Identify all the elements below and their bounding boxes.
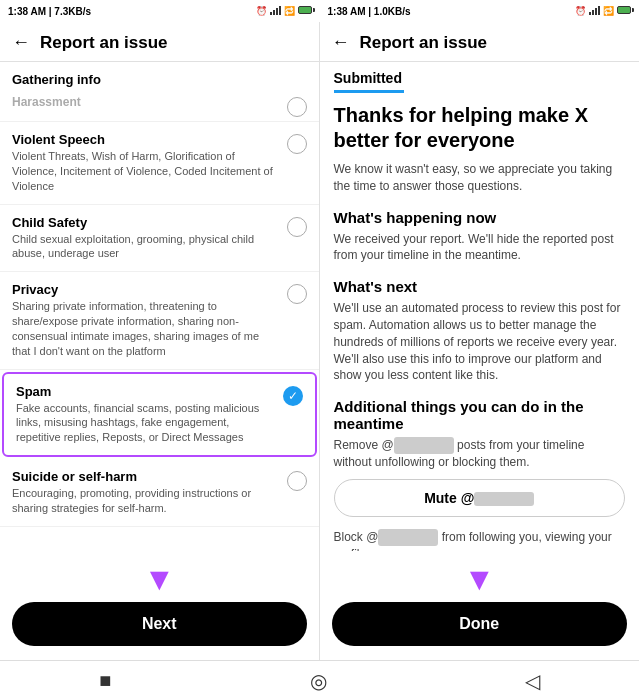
down-arrow-left: ▼ [143,561,175,598]
item-desc-violent: Violent Threats, Wish of Harm, Glorifica… [12,149,279,194]
item-title-violent: Violent Speech [12,132,279,147]
left-time: 1:38 AM | 7.3KB/s [8,6,91,17]
blurred-username-1 [394,437,454,454]
left-status-icons: ⏰ 🔁 [256,5,312,17]
status-bars: 1:38 AM | 7.3KB/s ⏰ 🔁 1:38 AM | 1.0KB/s … [0,0,639,22]
done-button[interactable]: Done [332,602,628,646]
circle-nav-button[interactable]: ◎ [294,665,343,697]
submitted-section: Submitted [320,62,640,103]
signal-icon-r [589,5,600,17]
right-back-button[interactable]: ← [332,32,350,53]
item-title-spam: Spam [16,384,275,399]
list-item[interactable]: Child Safety Child sexual exploitation, … [0,205,319,273]
list-item[interactable]: Privacy Sharing private information, thr… [0,272,319,369]
block-row: Block @ from following you, viewing your… [334,529,626,551]
submitted-label: Submitted [334,70,626,86]
item-desc-child: Child sexual exploitation, grooming, phy… [12,232,279,262]
item-desc-spam: Fake accounts, financial scams, posting … [16,401,275,446]
left-battery [298,6,312,16]
square-nav-button[interactable]: ■ [83,665,127,696]
panels-container: ← Report an issue Gathering info Harassm… [0,22,639,660]
right-battery [617,6,631,16]
left-panel-title: Report an issue [40,33,168,53]
mute-button[interactable]: Mute @ [334,479,626,517]
item-desc-privacy: Sharing private information, threatening… [12,299,279,358]
main-heading: Thanks for helping make X better for eve… [334,103,626,153]
bottom-navigation: ■ ◎ ◁ [0,660,639,700]
list-item[interactable]: Suicide or self-harm Encouraging, promot… [0,459,319,527]
item-title-suicide: Suicide or self-harm [12,469,279,484]
right-time: 1:38 AM | 1.0KB/s [328,6,411,17]
item-title-privacy: Privacy [12,282,279,297]
right-panel: ← Report an issue Submitted Thanks for h… [320,22,640,660]
wifi-icon: 🔁 [284,6,295,16]
what-happening-body: We received your report. We'll hide the … [334,231,626,265]
radio-privacy[interactable] [287,284,307,304]
right-status-icons: ⏰ 🔁 [575,5,631,17]
item-title-child: Child Safety [12,215,279,230]
wifi-icon-r: 🔁 [603,6,614,16]
mute-button-wrap: Mute @ [334,479,626,517]
list-item[interactable]: Violent Speech Violent Threats, Wish of … [0,122,319,205]
alarm-icon: ⏰ [256,6,267,16]
left-status-bar: 1:38 AM | 7.3KB/s ⏰ 🔁 [0,0,320,22]
radio-harassment[interactable] [287,97,307,117]
remove-row: Remove @ posts from your timeline withou… [334,437,626,471]
right-header: ← Report an issue [320,22,640,62]
check-spam[interactable]: ✓ [283,386,303,406]
list-item-spam[interactable]: Spam Fake accounts, financial scams, pos… [2,372,317,458]
next-button[interactable]: Next [12,602,307,646]
block-text: Block @ [334,530,379,544]
list-item[interactable]: Harassment [0,91,319,122]
submitted-underline [334,90,404,93]
blurred-username-2 [474,492,534,506]
left-header: ← Report an issue [0,22,319,62]
done-button-wrap: ▼ Done [320,551,640,660]
back-nav-button[interactable]: ◁ [509,665,556,697]
left-panel-content: Gathering info Harassment Violent Speech… [0,62,319,551]
what-next-body: We'll use an automated process to review… [334,300,626,384]
right-status-bar: 1:38 AM | 1.0KB/s ⏰ 🔁 [320,0,640,22]
radio-violent[interactable] [287,134,307,154]
additional-title: Additional things you can do in the mean… [334,398,626,432]
signal-icon [270,5,281,17]
right-panel-title: Report an issue [360,33,488,53]
next-button-wrap: ▼ Next [0,551,319,660]
gathering-info-heading: Gathering info [0,62,319,91]
left-back-button[interactable]: ← [12,32,30,53]
radio-child[interactable] [287,217,307,237]
what-happening-title: What's happening now [334,209,626,226]
item-desc-suicide: Encouraging, promoting, providing instru… [12,486,279,516]
down-arrow-right: ▼ [463,561,495,598]
blurred-username-3 [378,529,438,546]
remove-text: Remove @ [334,438,394,452]
left-panel: ← Report an issue Gathering info Harassm… [0,22,320,660]
alarm-icon-r: ⏰ [575,6,586,16]
main-subtext: We know it wasn't easy, so we appreciate… [334,161,626,195]
right-content: Thanks for helping make X better for eve… [320,103,640,551]
what-next-title: What's next [334,278,626,295]
radio-suicide[interactable] [287,471,307,491]
